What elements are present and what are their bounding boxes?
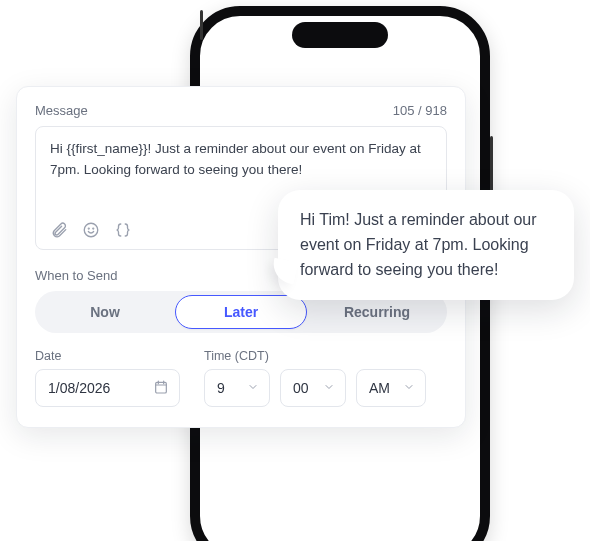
merge-field-icon[interactable] <box>114 221 132 239</box>
minute-value: 00 <box>293 380 313 396</box>
calendar-icon <box>153 379 169 398</box>
svg-point-0 <box>84 223 98 237</box>
chevron-down-icon <box>403 380 415 396</box>
segment-now[interactable]: Now <box>39 296 171 328</box>
hour-select[interactable]: 9 <box>204 369 270 407</box>
attachment-icon[interactable] <box>50 221 68 239</box>
svg-point-1 <box>88 228 89 229</box>
chevron-down-icon <box>323 380 335 396</box>
ampm-select[interactable]: AM <box>356 369 426 407</box>
time-column: Time (CDT) 9 00 AM <box>204 349 426 407</box>
char-counter: 105 / 918 <box>393 103 447 118</box>
hour-value: 9 <box>217 380 237 396</box>
date-column: Date 1/08/2026 <box>35 349 180 407</box>
svg-rect-3 <box>156 382 167 393</box>
preview-message-text: Hi Tim! Just a reminder about our event … <box>300 211 537 278</box>
preview-message-bubble: Hi Tim! Just a reminder about our event … <box>278 190 574 300</box>
minute-select[interactable]: 00 <box>280 369 346 407</box>
datetime-row: Date 1/08/2026 Time (CDT) 9 00 <box>35 349 447 407</box>
ampm-value: AM <box>369 380 393 396</box>
date-value: 1/08/2026 <box>48 380 143 396</box>
svg-point-2 <box>93 228 94 229</box>
segment-recurring[interactable]: Recurring <box>311 296 443 328</box>
chevron-down-icon <box>247 380 259 396</box>
message-header: Message 105 / 918 <box>35 103 447 118</box>
segment-later[interactable]: Later <box>175 295 307 329</box>
emoji-icon[interactable] <box>82 221 100 239</box>
date-label: Date <box>35 349 180 363</box>
date-field[interactable]: 1/08/2026 <box>35 369 180 407</box>
time-label: Time (CDT) <box>204 349 426 363</box>
phone-notch <box>292 22 388 48</box>
message-label: Message <box>35 103 88 118</box>
